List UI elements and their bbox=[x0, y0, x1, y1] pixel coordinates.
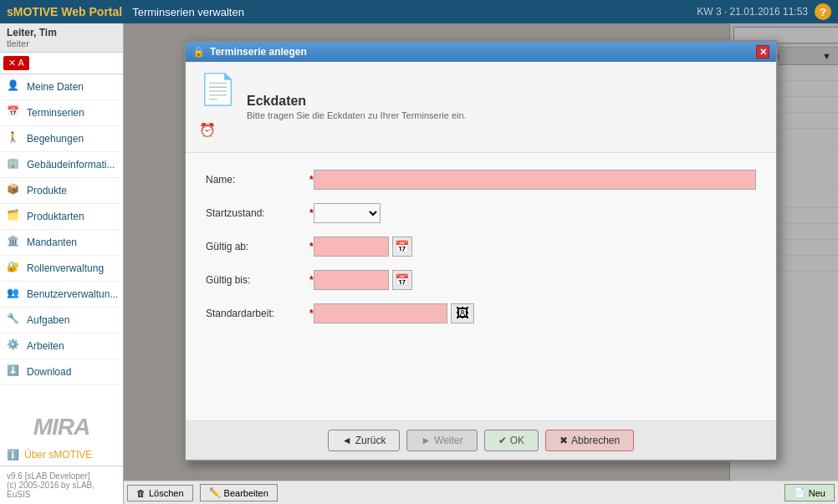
dialog-title-bar-label: 🔒 Terminserie anlegen bbox=[192, 46, 307, 58]
download-icon: ⬇️ bbox=[7, 364, 22, 379]
arbeit-input[interactable] bbox=[314, 303, 447, 323]
ok-button[interactable]: ✔ OK bbox=[484, 430, 539, 451]
form-row-name: Name: * bbox=[206, 170, 756, 190]
sidebar-nav: 👤 Meine Daten 📅 Terminserien 🚶 Begehunge… bbox=[0, 74, 123, 410]
sidebar-label-meine-daten: Meine Daten bbox=[27, 81, 84, 93]
sidebar-item-arbeiten[interactable]: ⚙️ Arbeiten bbox=[0, 333, 123, 359]
loeschen-icon: 🗑 bbox=[136, 488, 146, 498]
ok-label: OK bbox=[510, 435, 524, 446]
datetime-display: KW 3 · 21.01.2016 11:53 bbox=[697, 6, 808, 18]
bearbeiten-icon: ✏️ bbox=[209, 487, 221, 498]
valid-from-calendar-button[interactable]: 📅 bbox=[392, 237, 412, 257]
sidebar-item-benutzerverwaltung[interactable]: 👥 Benutzerverwaltun... bbox=[0, 282, 123, 308]
dialog-header-text: Eckdaten Bitte tragen Sie die Eckdaten z… bbox=[247, 94, 467, 120]
sidebar-label-terminserien: Terminserien bbox=[27, 107, 84, 119]
valid-to-calendar-button[interactable]: 📅 bbox=[392, 270, 412, 290]
user-name: Leiter, Tim bbox=[7, 27, 116, 38]
arbeit-label: Standardarbeit: bbox=[206, 308, 306, 319]
about-link[interactable]: ℹ️ Über sMOTIVE bbox=[0, 444, 123, 466]
dialog-body: Name: * Startzustand: * Gültig bbox=[186, 153, 776, 420]
terminserie-dialog: 🔒 Terminserie anlegen ✕ 📄⏰ Eckdaten Bitt… bbox=[184, 40, 778, 461]
user-icon: 👤 bbox=[7, 79, 22, 94]
right-panel: ⚡ ↺ 🔍 Kategorie ▼ Wartung Wartung Kontro… bbox=[124, 23, 838, 504]
next-button[interactable]: ► Weiter bbox=[406, 430, 477, 451]
ok-icon: ✔ bbox=[498, 435, 507, 446]
sidebar-label-gebaeudeinfo: Gebäudeinformati... bbox=[27, 159, 115, 171]
header-left: sMOTIVE Web Portal Terminserien verwalte… bbox=[7, 5, 244, 18]
tasks-icon: 🔧 bbox=[7, 313, 22, 328]
sidebar-item-download[interactable]: ⬇️ Download bbox=[0, 359, 123, 385]
header-right: KW 3 · 21.01.2016 11:53 ? bbox=[697, 3, 831, 20]
sidebar: Leiter, Tim tleiter ✕ A 👤 Meine Daten 📅 … bbox=[0, 23, 124, 504]
sidebar-label-produktarten: Produktarten bbox=[27, 211, 84, 222]
header: sMOTIVE Web Portal Terminserien verwalte… bbox=[0, 0, 838, 23]
produktarten-icon: 🗂️ bbox=[7, 209, 22, 224]
start-label: Startzustand: bbox=[206, 207, 306, 219]
help-button[interactable]: ? bbox=[815, 3, 831, 20]
dialog-section-title: Eckdaten bbox=[247, 94, 467, 109]
form-row-start: Startzustand: * bbox=[206, 203, 756, 223]
roles-icon: 🔐 bbox=[7, 261, 22, 276]
loeschen-button[interactable]: 🗑 Löschen bbox=[127, 485, 193, 501]
sidebar-item-rollenverwaltung[interactable]: 🔐 Rollenverwaltung bbox=[0, 256, 123, 282]
back-button[interactable]: ◄ Zurück bbox=[328, 430, 401, 451]
work-icon: ⚙️ bbox=[7, 339, 22, 354]
walk-icon: 🚶 bbox=[7, 131, 22, 146]
sidebar-item-aufgaben[interactable]: 🔧 Aufgaben bbox=[0, 308, 123, 333]
sidebar-label-begehungen: Begehungen bbox=[27, 133, 84, 145]
sidebar-item-produkte[interactable]: 📦 Produkte bbox=[0, 178, 123, 204]
valid-from-date-row: 📅 bbox=[314, 237, 412, 257]
back-label: Zurück bbox=[355, 435, 386, 446]
bearbeiten-button[interactable]: ✏️ Bearbeiten bbox=[200, 484, 278, 501]
dialog-footer: ◄ Zurück ► Weiter ✔ OK ✖ Abbrechen bbox=[186, 420, 776, 460]
cancel-button[interactable]: ✖ Abbrechen bbox=[545, 430, 634, 451]
sidebar-label-benutzerverwaltung: Benutzerverwaltun... bbox=[27, 288, 118, 300]
dialog-overlay: 🔒 Terminserie anlegen ✕ 📄⏰ Eckdaten Bitt… bbox=[124, 23, 838, 481]
user-role: tleiter bbox=[7, 38, 116, 48]
sidebar-item-begehungen[interactable]: 🚶 Begehungen bbox=[0, 126, 123, 152]
sidebar-item-meine-daten[interactable]: 👤 Meine Daten bbox=[0, 74, 123, 100]
valid-to-input[interactable] bbox=[314, 270, 389, 290]
mira-logo: MIRA bbox=[0, 410, 123, 444]
sidebar-item-mandanten[interactable]: 🏛️ Mandanten bbox=[0, 230, 123, 256]
valid-from-input[interactable] bbox=[314, 237, 389, 257]
status-left: 🗑 Löschen ✏️ Bearbeiten bbox=[127, 484, 278, 501]
app-title: sMOTIVE Web Portal bbox=[7, 5, 122, 18]
main-layout: Leiter, Tim tleiter ✕ A 👤 Meine Daten 📅 … bbox=[0, 23, 838, 504]
sidebar-label-download: Download bbox=[27, 366, 71, 378]
next-label: Weiter bbox=[434, 435, 462, 446]
arbeit-picker-button[interactable]: 🖼 bbox=[451, 303, 474, 323]
cancel-small-button[interactable]: ✕ A bbox=[3, 56, 29, 70]
form-row-arbeit: Standardarbeit: * 🖼 bbox=[206, 303, 756, 323]
start-select[interactable] bbox=[314, 203, 381, 223]
user-info: Leiter, Tim tleiter bbox=[0, 23, 123, 53]
neu-button[interactable]: 📄 Neu bbox=[784, 484, 835, 501]
sidebar-label-aufgaben: Aufgaben bbox=[27, 314, 69, 326]
calendar-icon: 📅 bbox=[7, 105, 22, 120]
dialog-title-text: Terminserie anlegen bbox=[210, 46, 307, 58]
name-input[interactable] bbox=[314, 170, 756, 190]
dialog-section-desc: Bitte tragen Sie die Eckdaten zu Ihrer T… bbox=[247, 110, 467, 120]
form-row-valid-from: Gültig ab: * 📅 bbox=[206, 237, 756, 257]
info-icon: ℹ️ bbox=[7, 449, 19, 461]
sidebar-label-arbeiten: Arbeiten bbox=[27, 340, 64, 352]
sidebar-label-produkte: Produkte bbox=[27, 185, 67, 196]
sidebar-action-bar: ✕ A bbox=[0, 53, 123, 74]
next-icon: ► bbox=[421, 435, 431, 446]
sidebar-item-produktarten[interactable]: 🗂️ Produktarten bbox=[0, 204, 123, 230]
product-icon: 📦 bbox=[7, 183, 22, 198]
loeschen-label: Löschen bbox=[149, 488, 184, 498]
sidebar-item-terminserien[interactable]: 📅 Terminserien bbox=[0, 100, 123, 126]
sidebar-item-gebaeudeinfo[interactable]: 🏢 Gebäudeinformati... bbox=[0, 152, 123, 178]
valid-to-date-row: 📅 bbox=[314, 270, 412, 290]
page-subtitle: Terminserien verwalten bbox=[132, 6, 244, 18]
sidebar-label-mandanten: Mandanten bbox=[27, 237, 77, 248]
valid-to-label: Gültig bis: bbox=[206, 274, 306, 286]
cancel-icon: ✖ bbox=[560, 435, 568, 446]
version-text: v9.6 [sLAB Developer] bbox=[7, 471, 116, 481]
dialog-header-icon: 📄⏰ bbox=[199, 72, 237, 142]
dialog-close-button[interactable]: ✕ bbox=[756, 45, 769, 59]
building-icon: 🏢 bbox=[7, 157, 22, 172]
form-row-valid-to: Gültig bis: * 📅 bbox=[206, 270, 756, 290]
name-label: Name: bbox=[206, 174, 306, 186]
